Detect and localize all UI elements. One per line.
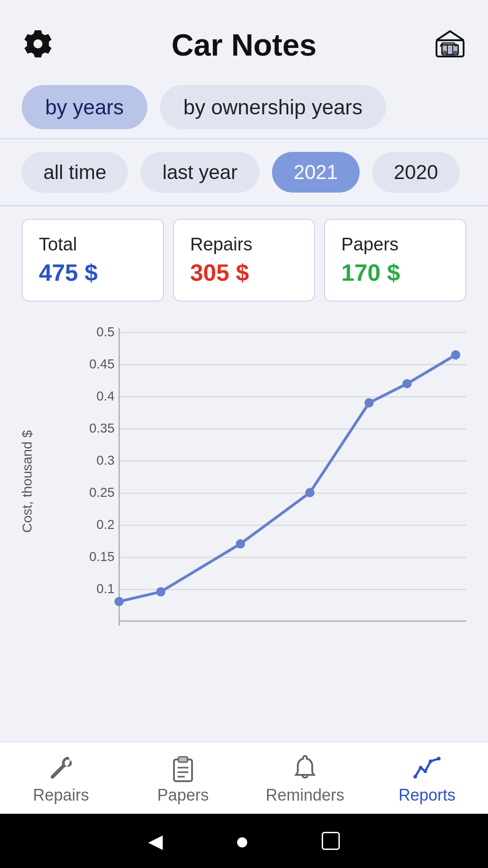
nav-item-papers[interactable]: Papers xyxy=(122,753,244,805)
filter-by-ownership-years[interactable]: by ownership years xyxy=(160,85,386,129)
svg-text:0.1: 0.1 xyxy=(97,581,115,596)
svg-point-3 xyxy=(453,51,458,55)
car-garage-icon[interactable] xyxy=(434,28,466,62)
svg-text:0.4: 0.4 xyxy=(97,389,115,403)
chart-line xyxy=(119,355,456,602)
svg-point-33 xyxy=(419,766,422,769)
nav-item-reminders[interactable]: Reminders xyxy=(244,753,366,805)
card-total-label: Total xyxy=(39,234,147,255)
chart-point xyxy=(403,379,412,389)
svg-text:0.3: 0.3 xyxy=(97,453,115,467)
card-papers: Papers 170 $ xyxy=(324,219,466,302)
card-total: Total 475 $ xyxy=(22,219,164,302)
nav-label-reports: Reports xyxy=(399,786,455,805)
card-repairs-value: 305 $ xyxy=(190,259,298,286)
svg-point-2 xyxy=(442,51,447,55)
chart-point xyxy=(114,597,123,606)
chart-point xyxy=(236,539,245,549)
nav-item-repairs[interactable]: Repairs xyxy=(0,753,122,805)
filter-by-years[interactable]: by years xyxy=(22,85,147,129)
card-total-value: 475 $ xyxy=(39,259,147,286)
nav-label-reminders: Reminders xyxy=(266,786,344,805)
summary-cards: Total 475 $ Repairs 305 $ Papers 170 $ xyxy=(0,206,488,314)
filter-all-time[interactable]: all time xyxy=(22,152,128,193)
svg-text:0.5: 0.5 xyxy=(97,325,115,339)
bottom-nav: Repairs Papers Reminders Reports xyxy=(0,741,488,814)
filter-2020[interactable]: 2020 xyxy=(372,152,460,193)
wrench-icon xyxy=(47,753,75,782)
card-papers-label: Papers xyxy=(341,234,449,255)
chart-point xyxy=(365,398,374,408)
nav-label-papers: Papers xyxy=(157,786,209,805)
y-axis-label: Cost, thousand $ xyxy=(19,430,35,533)
nav-item-reports[interactable]: Reports xyxy=(366,753,488,805)
svg-point-26 xyxy=(51,775,54,778)
chart-line-icon xyxy=(413,753,441,782)
svg-text:0.45: 0.45 xyxy=(89,357,115,371)
android-back-button[interactable]: ◀ xyxy=(148,830,163,852)
svg-rect-28 xyxy=(178,757,188,762)
svg-text:0.15: 0.15 xyxy=(89,549,115,564)
filter-row-1: by years by ownership years xyxy=(0,76,488,138)
nav-label-repairs: Repairs xyxy=(33,786,89,805)
svg-text:0.2: 0.2 xyxy=(97,517,115,532)
card-repairs: Repairs 305 $ xyxy=(173,219,315,302)
svg-point-32 xyxy=(413,775,417,778)
svg-text:0.35: 0.35 xyxy=(89,421,115,435)
chart-point xyxy=(305,488,314,497)
app-title: Car Notes xyxy=(171,27,316,62)
filter-2021[interactable]: 2021 xyxy=(272,152,360,193)
android-nav-bar: ◀ ● xyxy=(0,814,488,868)
chart-container: Cost, thousand $ 0.5 0.45 0.4 xyxy=(9,323,466,640)
android-recent-button[interactable] xyxy=(322,832,340,850)
android-home-button[interactable]: ● xyxy=(235,827,249,854)
gear-icon[interactable] xyxy=(22,28,54,62)
chart-area: Cost, thousand $ 0.5 0.45 0.4 xyxy=(0,314,488,741)
chart-point xyxy=(451,350,460,360)
svg-text:0.25: 0.25 xyxy=(89,485,115,500)
header: Car Notes xyxy=(0,0,488,76)
svg-point-36 xyxy=(437,757,441,760)
svg-point-34 xyxy=(423,769,427,773)
chart-svg: 0.5 0.45 0.4 0.35 0.3 0.25 0.2 xyxy=(50,323,466,640)
card-papers-value: 170 $ xyxy=(341,259,449,286)
filter-row-2: all time last year 2021 2020 xyxy=(0,139,488,205)
bell-icon xyxy=(291,753,319,782)
clipboard-icon xyxy=(169,753,197,782)
filter-last-year[interactable]: last year xyxy=(141,152,259,193)
svg-point-35 xyxy=(429,760,432,763)
card-repairs-label: Repairs xyxy=(190,234,298,255)
chart-point xyxy=(156,587,165,597)
